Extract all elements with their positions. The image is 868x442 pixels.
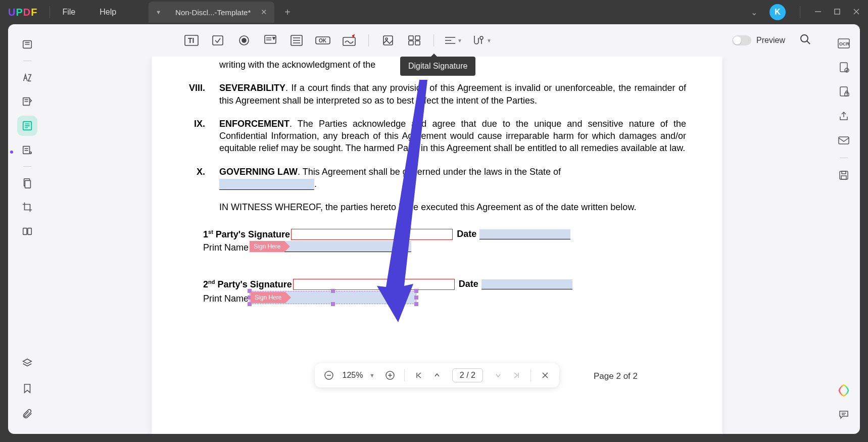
edit-text-button[interactable] — [17, 91, 37, 112]
sign-here-flag-2: Sign Here — [251, 292, 285, 303]
redact-button[interactable] — [835, 83, 853, 101]
svg-rect-36 — [343, 37, 355, 45]
signature-row-1: 1st Party's Signature Date — [203, 229, 686, 240]
section-ix: IX. ENFORCEMENT. The Parties acknowledge… — [188, 118, 686, 155]
share-button[interactable] — [835, 107, 853, 125]
reader-mode-button[interactable] — [17, 34, 37, 55]
layers-button[interactable] — [17, 353, 37, 373]
form-tool-button[interactable] — [17, 116, 37, 136]
svg-rect-42 — [415, 41, 420, 45]
ai-button[interactable] — [835, 381, 853, 400]
svg-rect-19 — [25, 180, 30, 188]
separator — [23, 61, 31, 61]
sign-here-flag-1: Sign Here — [250, 241, 284, 252]
signature-field-2[interactable] — [293, 279, 455, 290]
alignment-button[interactable]: ▼ — [442, 29, 464, 52]
separator — [531, 369, 531, 381]
svg-rect-21 — [28, 228, 31, 235]
tab-menu-icon[interactable]: ▼ — [156, 9, 161, 15]
list-box-button[interactable] — [285, 29, 308, 52]
svg-point-26 — [242, 38, 246, 42]
email-button[interactable] — [835, 131, 853, 150]
minimize-button[interactable] — [814, 8, 822, 17]
attachment-button[interactable] — [17, 404, 37, 424]
svg-rect-65 — [839, 137, 849, 144]
first-page-button[interactable] — [412, 368, 426, 382]
date-field-2[interactable] — [481, 279, 572, 289]
bookmark-button[interactable] — [17, 378, 37, 399]
svg-rect-1 — [835, 9, 840, 14]
page-input[interactable]: 2 / 2 — [452, 368, 483, 382]
tab-area: ▼ Non-Discl...-Template* ✕ + — [149, 2, 751, 23]
crop-button[interactable] — [17, 197, 37, 217]
svg-text:OCR: OCR — [839, 41, 850, 46]
page-tools-button[interactable] — [17, 173, 37, 193]
main-container: TI OK ▼ ▼ Preview — [8, 24, 860, 434]
svg-rect-24 — [213, 36, 223, 45]
date-field-1[interactable] — [479, 229, 570, 239]
separator — [433, 34, 434, 46]
radio-button[interactable] — [233, 29, 255, 52]
svg-rect-67 — [842, 171, 846, 174]
preview-toggle[interactable]: Preview — [732, 35, 785, 45]
separator — [840, 158, 848, 158]
state-field[interactable] — [219, 179, 314, 190]
svg-rect-41 — [409, 41, 413, 45]
zoom-in-button[interactable] — [383, 368, 397, 382]
svg-rect-37 — [383, 36, 393, 45]
checkbox-button[interactable] — [207, 29, 229, 52]
right-sidebar: OCR — [828, 24, 860, 434]
signature-row-2: 2nd Party's Signature Date — [203, 279, 686, 290]
prev-page-button[interactable] — [430, 368, 444, 382]
menu-file[interactable]: File — [62, 8, 75, 17]
chat-button[interactable] — [835, 406, 853, 424]
witness-paragraph: IN WITNESS WHEREOF, the parties hereto h… — [188, 201, 686, 213]
dropdown-button[interactable] — [259, 29, 281, 52]
svg-point-38 — [385, 38, 388, 40]
zoom-value: 125% — [340, 371, 365, 380]
chevron-down-icon[interactable]: ⌄ — [751, 8, 757, 17]
text-field-button[interactable]: TI — [180, 29, 203, 52]
next-page-button[interactable] — [491, 368, 505, 382]
document-tab[interactable]: ▼ Non-Discl...-Template* ✕ — [149, 2, 274, 23]
search-button[interactable] — [799, 33, 811, 47]
zoom-out-button[interactable] — [322, 368, 336, 382]
close-window-button[interactable] — [853, 8, 860, 17]
new-tab-button[interactable]: + — [284, 7, 291, 18]
svg-point-17 — [30, 152, 32, 154]
button-field-button[interactable]: OK — [312, 29, 334, 52]
image-field-button[interactable] — [377, 29, 399, 52]
last-page-button[interactable] — [509, 368, 523, 382]
svg-line-49 — [807, 41, 810, 44]
zoom-dropdown-icon[interactable]: ▼ — [369, 372, 375, 378]
app-logo: UPDF — [8, 7, 37, 18]
svg-rect-39 — [409, 36, 413, 40]
document-viewport[interactable]: writing with the acknowledgment of the V… — [46, 57, 828, 434]
organize-pages-button[interactable] — [17, 140, 37, 160]
user-avatar[interactable]: K — [769, 4, 786, 20]
protect-button[interactable] — [835, 59, 853, 77]
section-x: X. GOVERNING LAW. This Agreement shall b… — [188, 166, 686, 190]
menu-help[interactable]: Help — [100, 8, 116, 17]
form-tools-button[interactable]: ▼ — [468, 29, 495, 52]
ocr-button[interactable]: OCR — [835, 34, 853, 53]
section-viii: VIII. SEVERABILITY. If a court finds tha… — [188, 82, 686, 107]
close-bar-button[interactable] — [538, 368, 552, 382]
svg-text:OK: OK — [319, 38, 327, 43]
tab-close-icon[interactable]: ✕ — [261, 8, 267, 17]
svg-text:TI: TI — [188, 36, 194, 44]
svg-point-46 — [480, 36, 483, 39]
save-button[interactable] — [835, 166, 853, 184]
tab-title: Non-Discl...-Template* — [175, 8, 251, 17]
preview-label: Preview — [756, 36, 785, 45]
divider — [50, 6, 50, 18]
comment-tool-button[interactable] — [17, 67, 37, 87]
date-field-button[interactable] — [403, 29, 425, 52]
toggle-switch[interactable] — [732, 35, 751, 45]
maximize-button[interactable] — [834, 8, 841, 17]
compare-button[interactable] — [17, 221, 37, 241]
svg-point-48 — [801, 35, 808, 42]
signature-field-1[interactable] — [291, 229, 453, 240]
left-sidebar — [8, 24, 46, 434]
digital-signature-button[interactable] — [338, 29, 360, 52]
